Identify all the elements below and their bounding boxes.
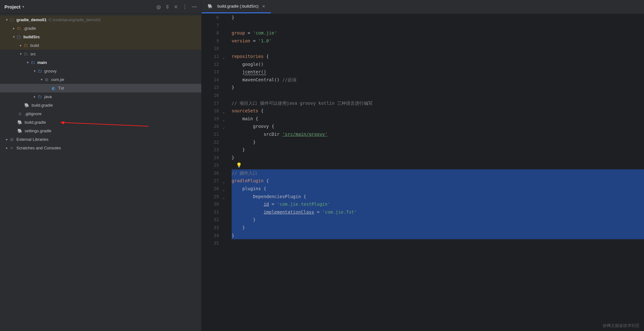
folder-icon: 🗀: [37, 68, 42, 74]
tree-build-gradle-inner[interactable]: 🐘 build.gradle: [0, 101, 201, 109]
collapse-icon[interactable]: ⤫: [174, 4, 178, 10]
tree-txt-file[interactable]: ◐ Txt: [0, 84, 201, 92]
tree-scratches[interactable]: ▸ ≡ Scratches and Consoles: [0, 144, 201, 152]
tree-ext-libs[interactable]: ▸ ⊞ External Libraries: [0, 135, 201, 144]
gradle-icon: 🐘: [207, 3, 213, 9]
tab-label: build.gradle (:buildSrc): [217, 4, 258, 9]
tree-gradle-dir[interactable]: ▸ 🗀 .gradle: [0, 24, 201, 33]
tree-build-gradle-root[interactable]: 🐘 build.gradle: [0, 118, 201, 127]
groovy-class-icon: ◐: [51, 85, 56, 91]
project-tree: ▾ ▢ gradle_demo01 C:\code\java\gradle_de…: [0, 14, 201, 152]
libraries-icon: ⊞: [9, 137, 15, 142]
editor-area: 🐘 build.gradle (:buildSrc) × 67891011⌄12…: [202, 0, 644, 331]
line-gutter: 67891011⌄12131415161718⌄19⌄20⌄2122232425…: [202, 14, 226, 331]
tree-java[interactable]: ▸ 🗀 java: [0, 92, 201, 101]
close-icon[interactable]: ×: [262, 3, 265, 9]
tree-root[interactable]: ▾ ▢ gradle_demo01 C:\code\java\gradle_de…: [0, 16, 201, 24]
tree-buildsrc[interactable]: ▾ ▢ buildSrc: [0, 33, 201, 41]
gitignore-icon: ⊘: [17, 111, 23, 117]
folder-icon: 🗀: [23, 43, 28, 48]
folder-icon: 🗀: [37, 94, 42, 100]
code-content[interactable]: }group = 'com.jie'version = '1.0'reposit…: [226, 14, 644, 331]
editor-tabs: 🐘 build.gradle (:buildSrc) ×: [202, 0, 644, 14]
tree-src[interactable]: ▾ 🗀 src: [0, 50, 201, 58]
tree-package[interactable]: ▾ ⊞ com.jie: [0, 75, 201, 84]
tree-build[interactable]: ▸ 🗀 build: [0, 41, 201, 50]
tree-groovy[interactable]: ▾ 🗀 groovy: [0, 67, 201, 75]
tree-gitignore[interactable]: ⊘ .gitignore: [0, 109, 201, 118]
chevron-down-icon[interactable]: ▾: [22, 5, 24, 9]
tree-main[interactable]: ▾ 🗀 main: [0, 58, 201, 67]
gradle-icon: 🐘: [17, 128, 23, 134]
target-icon[interactable]: ◎: [156, 4, 161, 10]
editor-body[interactable]: 67891011⌄12131415161718⌄19⌄20⌄2122232425…: [202, 14, 644, 331]
folder-icon: 🗀: [30, 60, 35, 66]
project-sidebar: Project ▾ ◎ ⇳ ⤫ ⋮ — ▾ ▢ gradle_demo01 C:…: [0, 0, 202, 331]
gradle-icon: 🐘: [17, 120, 23, 125]
folder-icon: 🗀: [16, 26, 21, 31]
gradle-icon: 🐘: [24, 103, 30, 108]
more-icon[interactable]: ⋮: [182, 4, 187, 10]
tree-settings-gradle[interactable]: 🐘 settings.gradle: [0, 127, 201, 135]
sidebar-header: Project ▾ ◎ ⇳ ⤫ ⋮ —: [0, 0, 201, 14]
watermark: @稀土掘金技术社区: [603, 323, 640, 328]
minimize-icon[interactable]: —: [192, 4, 197, 9]
expand-icon[interactable]: ⇳: [165, 4, 169, 10]
editor-tab[interactable]: 🐘 build.gradle (:buildSrc) ×: [202, 0, 271, 13]
scratches-icon: ≡: [9, 145, 15, 151]
folder-icon: 🗀: [23, 51, 28, 57]
lightbulb-icon[interactable]: 💡: [236, 161, 242, 169]
module-icon: ▢: [16, 34, 21, 40]
project-title[interactable]: Project: [4, 4, 21, 9]
package-icon: ⊞: [44, 77, 49, 83]
